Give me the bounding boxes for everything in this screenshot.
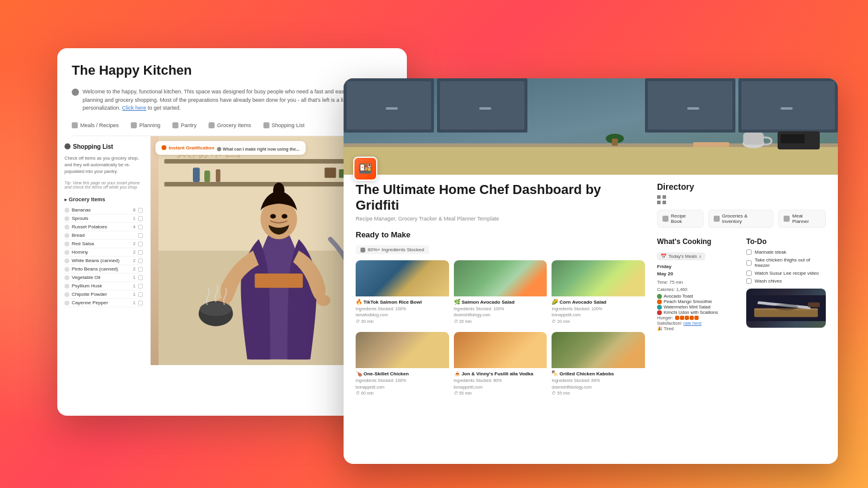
- recipe-image-pasta: [454, 332, 547, 368]
- directory-grid-icon: [657, 195, 826, 205]
- todo-checkbox[interactable]: [746, 278, 752, 284]
- hunger-dots: [675, 316, 699, 320]
- planning-icon: [131, 122, 137, 128]
- item-checkbox[interactable]: [138, 292, 143, 297]
- recipe-image-avocado: [454, 260, 547, 296]
- svg-rect-28: [648, 81, 732, 130]
- todo-checkbox[interactable]: [746, 249, 752, 255]
- recipe-card[interactable]: 🔥 TikTok Salmon Rice Bowl Ingredients St…: [356, 260, 449, 327]
- uhc-title: The Ultimate Home Chef Dashboard by Grid…: [356, 182, 645, 214]
- svg-point-16: [273, 182, 285, 198]
- info-icon: [72, 89, 79, 96]
- recipe-info: 🔥 TikTok Salmon Rice Bowl Ingredients St…: [356, 296, 449, 327]
- badge-icon: [360, 248, 365, 252]
- hk-sidebar: Shopping List Check off items as you gro…: [57, 136, 151, 365]
- item-checkbox[interactable]: [138, 301, 143, 305]
- hunger-dot-1: [675, 316, 679, 320]
- recipe-info: 🌿 Salmon Avocado Salad Ingredients Stock…: [454, 296, 547, 327]
- svg-rect-7: [193, 167, 200, 182]
- meal-dot-orange: [657, 299, 662, 304]
- recipe-name: 🍝 Jon & Vinny's Fusilli alla Vodka: [454, 371, 547, 378]
- recipe-card[interactable]: 🍗 One-Skillet Chicken Ingredients Stocke…: [356, 332, 449, 399]
- todo-item[interactable]: Watch Susur Lee recipe video: [746, 271, 826, 276]
- recipe-time: ⏱ 55 min: [552, 390, 645, 397]
- grocery-item-icon: [64, 250, 69, 255]
- nav-planning[interactable]: Planning: [131, 122, 160, 131]
- todo-item[interactable]: Take chicken thighs out of freezer: [746, 257, 826, 268]
- hunger-dot-3: [685, 316, 689, 320]
- hunger-bar: Hunger:: [657, 315, 737, 321]
- hunger-dot-5: [694, 316, 699, 320]
- svg-rect-10: [255, 274, 303, 288]
- grocery-item-icon: [64, 208, 69, 213]
- nav-pantry[interactable]: Pantry: [172, 122, 197, 131]
- item-checkbox[interactable]: [138, 242, 143, 246]
- grocery-item: Russet Potatoes 4: [64, 223, 143, 231]
- today-meals-tag[interactable]: 📅 Today's Meals ∨: [657, 252, 705, 260]
- item-checkbox[interactable]: [138, 275, 143, 280]
- meal-dot-green: [657, 294, 662, 299]
- todo-title: To-Do: [746, 237, 826, 246]
- hunger-dot-2: [680, 316, 684, 320]
- groceries-link[interactable]: Groceries & Inventory: [708, 210, 774, 228]
- click-here-link[interactable]: Click here: [122, 105, 146, 111]
- recipe-card[interactable]: 🌽 Corn Avocado Salad Ingredients Stocked…: [552, 260, 645, 327]
- item-checkbox[interactable]: [138, 258, 143, 263]
- recipe-image-salmon: [356, 260, 449, 296]
- svg-rect-38: [743, 133, 764, 145]
- todo-checkbox[interactable]: [746, 260, 752, 266]
- nav-grocery-items[interactable]: Grocery Items: [209, 122, 251, 131]
- item-checkbox[interactable]: [138, 216, 143, 221]
- svg-point-14: [200, 302, 231, 316]
- recipe-name: 🔥 TikTok Salmon Rice Bowl: [356, 299, 449, 306]
- grocery-item: Psyllium Husk 1: [64, 282, 143, 290]
- svg-rect-33: [687, 107, 699, 110]
- recipe-time: ⏱ 20 min: [552, 319, 645, 325]
- item-checkbox[interactable]: [138, 267, 143, 272]
- sidebar-shopping-title: Shopping List: [64, 143, 143, 150]
- recipe-info: 🍗 One-Skillet Chicken Ingredients Stocke…: [356, 368, 449, 399]
- cooking-day: Friday: [657, 264, 737, 269]
- recipe-card[interactable]: 🍢 Grilled Chicken Kabobs Ingredients Sto…: [552, 332, 645, 399]
- nav-shopping-list[interactable]: Shopping List: [263, 122, 305, 131]
- kitchen-illustration: [344, 78, 838, 175]
- nav-shopping-label: Shopping List: [272, 122, 305, 128]
- svg-rect-8: [204, 170, 210, 182]
- svg-rect-31: [386, 107, 398, 110]
- satisfaction-link[interactable]: rate here: [684, 321, 702, 326]
- ig-question: What can I make right now using the...: [217, 147, 300, 151]
- grocery-item: Cayenne Pepper 1: [64, 299, 143, 307]
- grocery-item-icon: [64, 233, 69, 238]
- item-checkbox[interactable]: [138, 225, 143, 230]
- instant-gratification-badge: Instant Gratification What can I make ri…: [156, 141, 306, 155]
- shopping-icon: [263, 122, 269, 128]
- todo-item[interactable]: Marinate steak: [746, 249, 826, 255]
- grocery-item-icon: [64, 258, 69, 263]
- recipe-card[interactable]: 🍝 Jon & Vinny's Fusilli alla Vodka Ingre…: [454, 332, 547, 399]
- meal-dot-red: [657, 310, 662, 315]
- recipe-meta: Ingredients Stocked: 100% downshiftology…: [454, 306, 547, 325]
- meal-planner-link[interactable]: Meal Planner: [778, 210, 826, 228]
- groceries-icon: [714, 216, 720, 222]
- knife-illustration: [746, 289, 826, 328]
- item-checkbox[interactable]: [138, 284, 143, 289]
- recipe-book-link[interactable]: Recipe Book: [657, 210, 703, 228]
- recipe-card[interactable]: 🌿 Salmon Avocado Salad Ingredients Stock…: [454, 260, 547, 327]
- todo-item[interactable]: Wash chives: [746, 278, 826, 284]
- bottom-panels: What's Cooking 📅 Today's Meals ∨ Friday …: [657, 237, 826, 331]
- item-checkbox[interactable]: [138, 208, 143, 213]
- recipe-info: 🌽 Corn Avocado Salad Ingredients Stocked…: [552, 296, 645, 327]
- recipe-meta: Ingredients Stocked: 100% iamafodblog.co…: [356, 306, 449, 325]
- uhc-body: The Ultimate Home Chef Dashboard by Grid…: [344, 175, 838, 409]
- item-checkbox[interactable]: [138, 250, 143, 255]
- todo-checkbox[interactable]: [746, 271, 752, 276]
- satisfaction-label: Satisfaction!: [657, 321, 682, 326]
- recipe-meta: Ingredients Stocked: 100% bonappetit.com…: [552, 306, 645, 325]
- grocery-item: Sprouts 1: [64, 214, 143, 223]
- grocery-item-icon: [64, 242, 69, 246]
- grocery-item: Chipotle Powder 1: [64, 290, 143, 299]
- item-checkbox[interactable]: [138, 233, 143, 238]
- grocery-item-icon: [64, 284, 69, 289]
- ingredients-stocked-badge: 80%+ Ingredients Stocked: [356, 245, 429, 254]
- nav-meals-recipes[interactable]: Meals / Recipes: [72, 122, 119, 131]
